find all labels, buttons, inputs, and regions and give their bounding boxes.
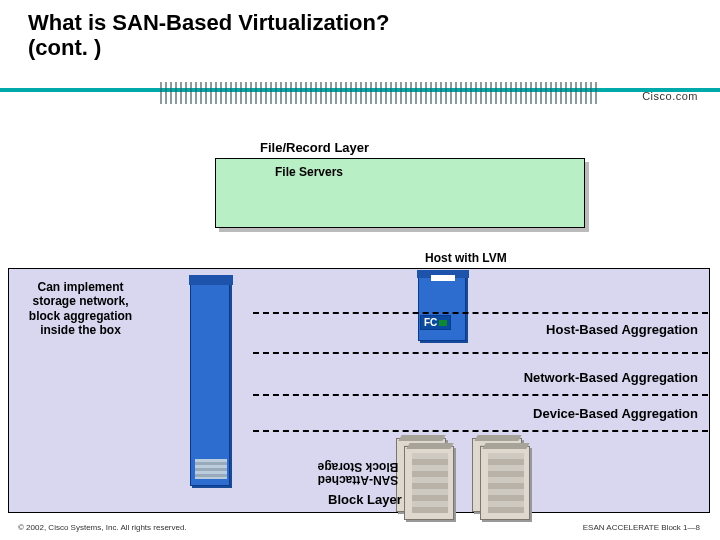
file-layer-box xyxy=(215,158,585,228)
tower-cap xyxy=(189,275,233,285)
device-based-aggregation-label: Device-Based Aggregation xyxy=(533,406,698,421)
storage-tower-icon xyxy=(190,276,230,486)
fc-plug-icon xyxy=(439,320,447,326)
title-line-1: What is SAN-Based Virtualization? xyxy=(28,10,389,35)
san-attached-block-storage-label: SAN-Attached Block Storage xyxy=(298,460,418,486)
dashed-line-1 xyxy=(253,312,708,314)
storage-top xyxy=(482,443,529,449)
slide-number: ESAN ACCELERATE Block 1—8 xyxy=(583,523,700,532)
host-based-aggregation-label: Host-Based Aggregation xyxy=(546,322,698,337)
storage-front xyxy=(412,453,448,513)
callout-text: Can implement storage network, block agg… xyxy=(18,280,143,338)
file-servers-label: File Servers xyxy=(275,165,343,179)
host-screen xyxy=(431,275,455,281)
dashed-line-4 xyxy=(253,430,708,432)
brand-label: Cisco.com xyxy=(642,90,698,102)
copyright-text: © 2002, Cisco Systems, Inc. All rights r… xyxy=(18,523,187,532)
block-layer-label: Block Layer xyxy=(328,492,402,507)
san-attached-line-1: SAN-Attached xyxy=(298,473,418,486)
title-line-2: (cont. ) xyxy=(28,35,389,60)
host-server-icon xyxy=(418,271,466,341)
storage-array-icon xyxy=(404,446,454,520)
network-based-aggregation-label: Network-Based Aggregation xyxy=(524,370,698,385)
divider-dashes xyxy=(160,82,600,104)
storage-top xyxy=(398,435,445,441)
storage-top xyxy=(406,443,453,449)
dashed-line-2 xyxy=(253,352,708,354)
storage-array-icon xyxy=(480,446,530,520)
storage-front xyxy=(488,453,524,513)
file-record-layer-label: File/Record Layer xyxy=(260,140,369,155)
slide-title: What is SAN-Based Virtualization? (cont.… xyxy=(28,10,389,61)
host-with-lvm-label: Host with LVM xyxy=(425,251,507,265)
disk-row-icon xyxy=(195,459,227,479)
slide: { "title_line1": "What is SAN-Based Virt… xyxy=(0,0,720,540)
storage-top xyxy=(474,435,521,441)
fc-badge-host: FC xyxy=(420,315,451,330)
san-attached-line-2: Block Storage xyxy=(298,460,418,473)
divider-band xyxy=(0,88,720,118)
dashed-line-3 xyxy=(253,394,708,396)
fc-label: FC xyxy=(424,317,437,328)
